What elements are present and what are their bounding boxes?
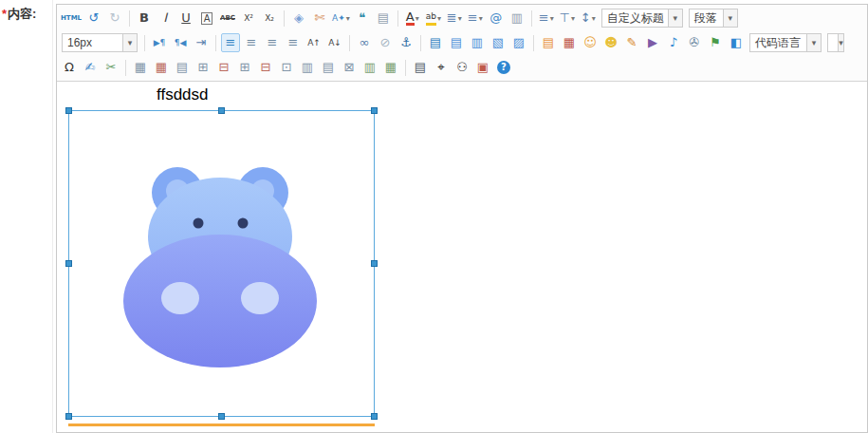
- line-height-dropdown-button[interactable]: ↕▾: [579, 9, 598, 28]
- margin-right-button[interactable]: ▨: [509, 33, 528, 52]
- vertical-align-dropdown-dropdown-icon[interactable]: ▾: [571, 14, 575, 23]
- font-size-down-button[interactable]: A↓: [325, 33, 344, 52]
- font-size-select[interactable]: 16px▾: [62, 33, 138, 52]
- direction-ltr-button[interactable]: ▶¶: [150, 33, 169, 52]
- delete-table-button[interactable]: ▦: [152, 58, 171, 77]
- split-cell-button[interactable]: ⊠: [340, 58, 359, 77]
- margin-left-button[interactable]: ▧: [489, 33, 508, 52]
- delete-row-button[interactable]: ⊟: [214, 58, 233, 77]
- redo-button[interactable]: ↻: [105, 9, 124, 28]
- font-color-button[interactable]: A▾: [403, 9, 422, 28]
- resize-handle-middle-right[interactable]: [371, 260, 378, 267]
- import-doc-button[interactable]: ▥: [508, 9, 526, 28]
- font-size-select-arrow-icon[interactable]: ▾: [122, 34, 137, 51]
- insert-image-button[interactable]: ▤: [539, 33, 558, 52]
- attachment-button[interactable]: ✇: [685, 33, 704, 52]
- undo-button[interactable]: ↺: [84, 9, 103, 28]
- resize-handle-bottom-right[interactable]: [371, 413, 378, 420]
- custom-style-select[interactable]: 自定义标题▾: [601, 9, 683, 28]
- blockquote-button[interactable]: ❝: [353, 9, 372, 28]
- paragraph-space-after-button[interactable]: ▥: [468, 33, 487, 52]
- average-rows-button[interactable]: ▥: [360, 58, 379, 77]
- paragraph-space-before-button[interactable]: ▤: [447, 33, 466, 52]
- font-size-up-button[interactable]: A↑: [305, 33, 323, 52]
- editor-content-area[interactable]: ffsddsd: [57, 82, 867, 432]
- underline-button[interactable]: U: [176, 9, 195, 28]
- insert-video-button[interactable]: ▶: [643, 33, 662, 52]
- search-replace-button[interactable]: ⚇: [452, 58, 471, 77]
- font-border-button[interactable]: A: [197, 9, 216, 28]
- hippo-image[interactable]: [122, 159, 322, 367]
- italic-button[interactable]: I: [156, 9, 175, 28]
- paragraph-select[interactable]: 段落▾: [689, 9, 738, 28]
- text-align-dropdown-dropdown-icon[interactable]: ▾: [550, 14, 554, 23]
- help-button[interactable]: ?: [494, 58, 513, 77]
- resize-handle-top-right[interactable]: [371, 107, 378, 114]
- background-color-dropdown-icon[interactable]: ▾: [437, 14, 441, 23]
- insert-map-button[interactable]: ⚑: [706, 33, 725, 52]
- merge-right-button[interactable]: ▥: [298, 58, 317, 77]
- align-center-button[interactable]: ≡: [242, 33, 261, 52]
- background-color-button[interactable]: ab▾: [424, 9, 443, 28]
- anchor-ref-button[interactable]: @: [487, 9, 506, 28]
- custom-style-select-arrow-icon[interactable]: ▾: [668, 9, 682, 27]
- direction-rtl-button[interactable]: ¶◀: [171, 33, 190, 52]
- unordered-list-dropdown-icon[interactable]: ▾: [479, 14, 483, 23]
- print-button[interactable]: ▤: [411, 58, 430, 77]
- more-select[interactable]: ▾: [827, 33, 844, 52]
- format-painter-button[interactable]: ✄: [310, 9, 329, 28]
- unordered-list-button[interactable]: ≡▾: [466, 9, 485, 28]
- insert-table-button[interactable]: ▦: [131, 58, 150, 77]
- insert-code-button[interactable]: ◧: [727, 33, 746, 52]
- align-left-button[interactable]: ≡: [221, 33, 240, 52]
- subscript-button[interactable]: X₂: [260, 9, 279, 28]
- clipboard-button[interactable]: ▣: [473, 58, 492, 77]
- image-selection-box[interactable]: [68, 110, 375, 417]
- code-language-select[interactable]: 代码语言▾: [749, 33, 822, 52]
- first-line-indent-button[interactable]: ▤: [426, 33, 445, 52]
- strikethrough-button[interactable]: ABC: [218, 9, 237, 28]
- resize-handle-top-middle[interactable]: [218, 107, 225, 114]
- align-justify-button[interactable]: ≡: [284, 33, 303, 52]
- bold-button[interactable]: B: [135, 9, 154, 28]
- insert-title-row-button[interactable]: ▤: [173, 58, 192, 77]
- search-button[interactable]: ⌖: [432, 58, 451, 77]
- insert-col-button[interactable]: ⊞: [235, 58, 254, 77]
- small-emotion-button[interactable]: ☻: [601, 33, 620, 52]
- resize-handle-bottom-left[interactable]: [65, 413, 72, 420]
- resize-handle-middle-left[interactable]: [65, 260, 72, 267]
- screenshot-image-button[interactable]: ▦: [560, 33, 579, 52]
- insert-music-button[interactable]: ♪: [664, 33, 683, 52]
- superscript-button[interactable]: X²: [239, 9, 258, 28]
- scrawl-button[interactable]: ✎: [622, 33, 641, 52]
- more-select-arrow-icon[interactable]: ▾: [838, 34, 843, 51]
- paragraph-select-arrow-icon[interactable]: ▾: [723, 9, 737, 27]
- line-height-dropdown-dropdown-icon[interactable]: ▾: [592, 14, 596, 23]
- code-language-select-arrow-icon[interactable]: ▾: [806, 34, 821, 51]
- anchor-button[interactable]: ⚓: [397, 33, 416, 52]
- auto-typeset-dropdown-icon[interactable]: ▾: [346, 14, 350, 23]
- ordered-list-dropdown-icon[interactable]: ▾: [458, 14, 462, 23]
- auto-typeset-button[interactable]: A✦▾: [331, 9, 351, 28]
- font-color-dropdown-icon[interactable]: ▾: [416, 14, 419, 23]
- merge-down-button[interactable]: ▤: [319, 58, 338, 77]
- emotion-button[interactable]: ☺: [581, 33, 600, 52]
- delete-col-button[interactable]: ⊟: [256, 58, 275, 77]
- special-char-button[interactable]: Ω: [60, 58, 79, 77]
- resize-handle-bottom-middle[interactable]: [218, 413, 225, 420]
- ordered-list-button[interactable]: ≣▾: [445, 9, 464, 28]
- insert-link-button[interactable]: ∞: [355, 33, 374, 52]
- content-paragraph[interactable]: ffsddsd: [157, 85, 209, 104]
- average-cols-button[interactable]: ▦: [381, 58, 400, 77]
- insert-row-button[interactable]: ⊞: [194, 58, 212, 77]
- remove-format-button[interactable]: ◈: [289, 9, 308, 28]
- snapshot-button[interactable]: ✂: [102, 58, 120, 77]
- html-source-button[interactable]: HTML: [60, 9, 83, 28]
- unlink-button[interactable]: ⊘: [376, 33, 395, 52]
- merge-cells-button[interactable]: ⊡: [277, 58, 296, 77]
- indent-toggle-button[interactable]: ⇥: [192, 33, 211, 52]
- doc-edit-button[interactable]: ✍: [81, 58, 100, 77]
- text-align-dropdown-button[interactable]: ≡▾: [537, 9, 556, 28]
- insert-template-button[interactable]: ▤: [374, 9, 393, 28]
- vertical-align-dropdown-button[interactable]: ⊤▾: [558, 9, 577, 28]
